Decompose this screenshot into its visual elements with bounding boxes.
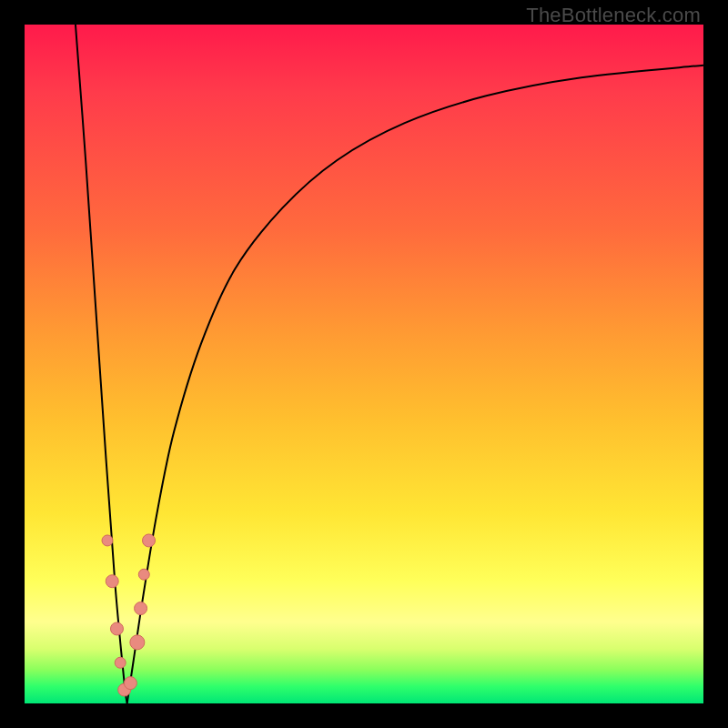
- curve-svg: [25, 25, 703, 703]
- scatter-dot: [102, 535, 113, 546]
- curve-left-branch: [76, 25, 127, 703]
- scatter-dot: [106, 575, 118, 588]
- scatter-dot: [138, 569, 149, 580]
- scatter-dot: [124, 677, 136, 690]
- scatter-dot: [135, 602, 147, 615]
- scatter-dot: [143, 534, 156, 547]
- scatter-dot: [130, 635, 145, 650]
- scatter-dot: [115, 657, 126, 668]
- plot-area: [25, 25, 703, 703]
- scatter-points: [102, 534, 156, 696]
- curve-right-branch: [127, 66, 703, 703]
- chart-frame: TheBottleneck.com: [0, 0, 728, 728]
- scatter-dot: [110, 622, 123, 635]
